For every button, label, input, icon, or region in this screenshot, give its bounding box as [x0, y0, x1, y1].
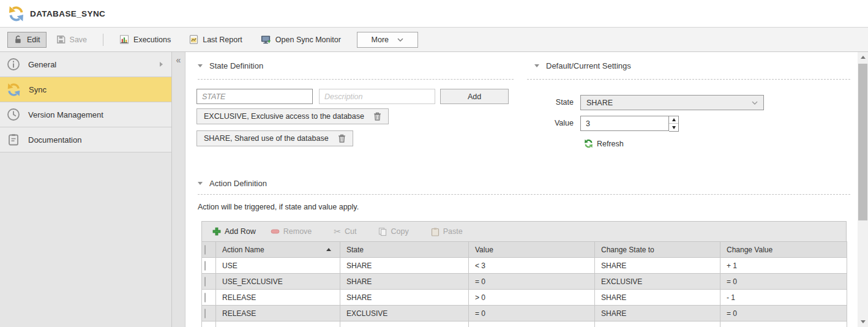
clipboard-icon: [7, 133, 20, 146]
chevron-right-icon: [160, 62, 163, 67]
table-row[interactable]: USE_EXCLUSIVE SHARE = 0 EXCLUSIVE = 0: [202, 274, 847, 290]
delete-state-icon[interactable]: [373, 112, 381, 121]
copy-button[interactable]: Copy: [373, 225, 414, 239]
settings-header[interactable]: Default/Current Settings: [534, 61, 631, 70]
value-stepper: [580, 116, 679, 132]
chevron-down-icon: [397, 38, 403, 42]
table-row[interactable]: RELEASE SHARE > 0 SHARE - 1: [202, 290, 847, 306]
table-row[interactable]: USE SHARE < 3 SHARE + 1: [202, 258, 847, 274]
collapse-section-icon: [534, 64, 539, 67]
section-title: Action Definition: [209, 179, 267, 188]
table-row[interactable]: [202, 321, 847, 327]
row-checkbox[interactable]: [204, 293, 206, 303]
arrow-down-icon: [861, 320, 866, 323]
table-header-row: Action Name State Value Change State to …: [202, 242, 847, 258]
column-header-state[interactable]: State: [340, 242, 469, 258]
column-header-action-name[interactable]: Action Name: [216, 242, 340, 258]
section-title: State Definition: [209, 61, 263, 70]
clock-icon: [7, 108, 20, 121]
cut-button[interactable]: ✂ Cut: [328, 225, 362, 238]
last-report-button[interactable]: Last Report: [183, 32, 249, 48]
action-note: Action will be triggered, if state and v…: [198, 203, 359, 211]
column-header-value[interactable]: Value: [469, 242, 595, 258]
arrow-up-icon: [861, 56, 866, 59]
paste-icon: [431, 227, 440, 236]
sidebar-item-documentation[interactable]: Documentation: [0, 127, 171, 152]
plus-icon: [212, 227, 221, 236]
scissors-icon: ✂: [334, 227, 341, 236]
chevron-down-icon: [752, 101, 758, 105]
state-chip-share: SHARE, Shared use of the database: [196, 130, 353, 146]
paste-button[interactable]: Paste: [425, 225, 468, 239]
collapse-section-icon: [198, 182, 203, 185]
section-divider: [198, 79, 514, 80]
section-title: Default/Current Settings: [546, 61, 631, 70]
column-header-change-value[interactable]: Change Value: [720, 242, 847, 258]
vertical-scrollbar[interactable]: [858, 52, 868, 327]
value-increment-button[interactable]: [669, 116, 678, 124]
save-button[interactable]: Save: [50, 32, 94, 48]
state-select[interactable]: SHARE: [580, 95, 764, 110]
state-input[interactable]: [196, 89, 313, 104]
sidebar-collapse-strip: «: [172, 52, 185, 327]
app-window: DATABASE_SYNC Edit Save: [0, 0, 868, 327]
refresh-button[interactable]: Refresh: [584, 139, 624, 148]
sidebar-item-version-management[interactable]: Version Management: [0, 102, 171, 127]
add-row-button[interactable]: Add Row: [207, 225, 261, 238]
arrow-down-icon: [672, 126, 676, 129]
sidebar-item-sync[interactable]: Sync: [0, 77, 171, 102]
sort-ascending-icon: [326, 248, 331, 251]
delete-state-icon[interactable]: [338, 134, 346, 143]
table-row[interactable]: RELEASE EXCLUSIVE = 0 SHARE = 0: [202, 306, 847, 321]
column-header-change-state-to[interactable]: Change State to: [595, 242, 720, 258]
executions-button[interactable]: Executions: [113, 32, 177, 48]
unlock-icon: [13, 35, 23, 44]
row-checkbox[interactable]: [204, 309, 206, 318]
monitor-icon: [261, 35, 271, 45]
value-input[interactable]: [580, 116, 669, 131]
main-content: State Definition Add EXCLUSIVE, Exclusiv…: [185, 52, 858, 327]
save-icon: [56, 35, 65, 44]
sync-icon: [7, 83, 21, 97]
sidebar-item-general[interactable]: General: [0, 52, 171, 77]
refresh-icon: [584, 139, 593, 148]
scroll-up-button[interactable]: [858, 52, 868, 62]
state-chip-exclusive: EXCLUSIVE, Exclusive access to the datab…: [196, 108, 389, 124]
more-dropdown-button[interactable]: More: [357, 32, 418, 48]
main-toolbar: Edit Save E: [0, 28, 868, 52]
row-checkbox[interactable]: [204, 277, 206, 287]
edit-button[interactable]: Edit: [7, 32, 47, 48]
add-state-button[interactable]: Add: [440, 89, 509, 104]
state-definition-header[interactable]: State Definition: [198, 61, 263, 70]
minus-icon: [271, 229, 280, 234]
state-label: State: [536, 98, 574, 107]
page-title: DATABASE_SYNC: [30, 9, 105, 18]
open-sync-monitor-button[interactable]: Open Sync Monitor: [255, 32, 347, 48]
row-checkbox[interactable]: [204, 261, 206, 271]
sidebar: General Sync: [0, 52, 172, 327]
report-icon: [189, 35, 198, 44]
select-all-checkbox[interactable]: [204, 245, 206, 255]
titlebar: DATABASE_SYNC: [0, 0, 868, 28]
copy-icon: [378, 227, 387, 236]
section-divider: [198, 194, 850, 195]
bar-chart-icon: [119, 35, 129, 44]
collapse-section-icon: [198, 64, 203, 67]
section-divider: [527, 79, 850, 80]
toolbar-separator: [103, 34, 103, 46]
action-definition-header[interactable]: Action Definition: [198, 179, 267, 188]
scrollbar-thumb[interactable]: [858, 64, 867, 220]
collapse-sidebar-button[interactable]: «: [172, 56, 185, 64]
sync-app-icon: [8, 6, 24, 22]
value-label: Value: [536, 119, 574, 127]
table-toolbar: Add Row Remove ✂ Cut: [201, 221, 847, 242]
scroll-down-button[interactable]: [858, 317, 868, 327]
action-table: Action Name State Value Change State to …: [201, 241, 847, 327]
description-input[interactable]: [319, 89, 435, 104]
info-icon: [7, 58, 20, 71]
value-decrement-button[interactable]: [669, 124, 678, 131]
arrow-up-icon: [672, 118, 676, 121]
remove-row-button[interactable]: Remove: [265, 225, 318, 238]
